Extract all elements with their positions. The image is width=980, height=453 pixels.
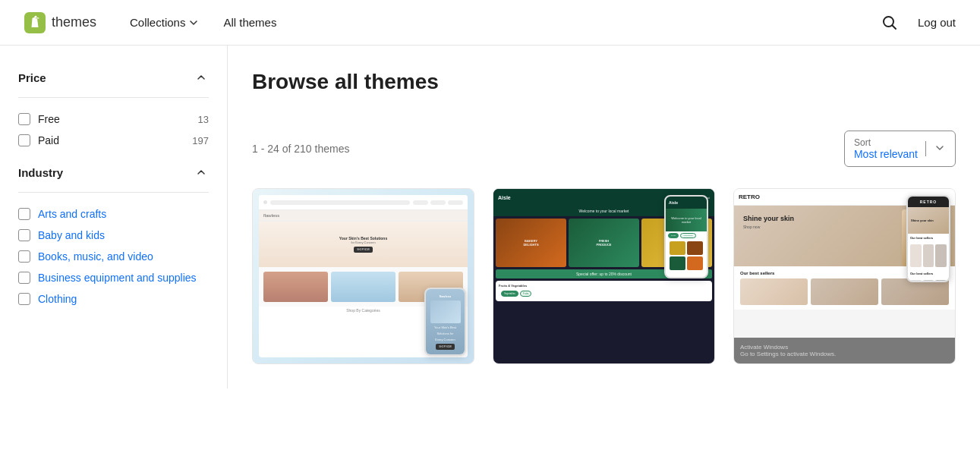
header-right: Log out bbox=[877, 10, 956, 36]
checkbox-arts[interactable] bbox=[18, 208, 30, 220]
chevron-up-icon bbox=[195, 71, 207, 83]
filter-option-paid: Paid 197 bbox=[18, 134, 209, 146]
filter-option-baby: Baby and kids bbox=[18, 229, 209, 241]
price-filter-header[interactable]: Price bbox=[18, 70, 209, 85]
main-content: Browse all themes 1 - 24 of 210 themes S… bbox=[228, 46, 980, 389]
logo[interactable]: themes bbox=[24, 12, 96, 33]
filter-label-books[interactable]: Books, music, and video bbox=[38, 250, 153, 263]
industry-filter-title: Industry bbox=[18, 166, 63, 179]
sort-label: Sort bbox=[854, 137, 918, 148]
chevron-up-icon-industry bbox=[195, 166, 207, 178]
chevron-down-icon bbox=[188, 17, 199, 28]
checkbox-business[interactable] bbox=[18, 272, 30, 284]
price-filter-title: Price bbox=[18, 71, 46, 84]
windows-overlay-text: Activate WindowsGo to Settings to activa… bbox=[734, 338, 955, 363]
main-nav: Collections All themes bbox=[121, 10, 877, 35]
sort-divider bbox=[925, 141, 926, 156]
industry-filter-toggle bbox=[194, 165, 209, 180]
theme-card-flawless[interactable]: flawless Your Skin's Best Solutions for … bbox=[252, 188, 474, 364]
theme-card-retro[interactable]: RETRO Shine your skin Shop now Our best … bbox=[733, 188, 956, 364]
sort-dropdown[interactable]: Sort Most relevant bbox=[844, 131, 956, 167]
theme-card-aisle[interactable]: Aisle Bakery Produce Dairy Meat Welcome … bbox=[493, 188, 715, 364]
filter-label-free[interactable]: Free bbox=[38, 113, 60, 125]
results-header: 1 - 24 of 210 themes Sort Most relevant bbox=[252, 131, 956, 167]
industry-filter-divider bbox=[18, 192, 209, 193]
filter-label-paid[interactable]: Paid bbox=[38, 134, 59, 146]
price-filter-divider bbox=[18, 97, 209, 98]
nav-collections[interactable]: Collections bbox=[121, 10, 208, 35]
sidebar: Price Free 13 Paid bbox=[0, 46, 228, 389]
page-content: Price Free 13 Paid bbox=[0, 46, 980, 389]
filter-label-arts[interactable]: Arts and crafts bbox=[38, 208, 106, 220]
logo-text: themes bbox=[52, 14, 96, 30]
sort-value: Most relevant bbox=[854, 148, 918, 160]
sort-chevron-icon bbox=[934, 142, 946, 156]
filter-label-business[interactable]: Business equipment and supplies bbox=[38, 272, 197, 284]
filter-option-business: Business equipment and supplies bbox=[18, 272, 209, 284]
filter-option-books: Books, music, and video bbox=[18, 250, 209, 263]
themes-grid: flawless Your Skin's Best Solutions for … bbox=[252, 188, 956, 364]
site-header: themes Collections All themes Log out bbox=[0, 0, 980, 46]
filter-option-clothing: Clothing bbox=[18, 293, 209, 305]
theme-image-flawless: flawless Your Skin's Best Solutions for … bbox=[253, 189, 474, 363]
price-filter-toggle bbox=[194, 70, 209, 85]
filter-option-arts: Arts and crafts bbox=[18, 208, 209, 220]
industry-filter-header[interactable]: Industry bbox=[18, 165, 209, 180]
filter-count-free: 13 bbox=[198, 114, 209, 125]
filter-label-baby[interactable]: Baby and kids bbox=[38, 229, 105, 241]
industry-filter-section: Industry Arts and crafts Baby and kids bbox=[18, 165, 209, 305]
filter-count-paid: 197 bbox=[192, 135, 209, 146]
filter-option-free: Free 13 bbox=[18, 113, 209, 125]
filter-label-clothing[interactable]: Clothing bbox=[38, 293, 77, 305]
checkbox-books[interactable] bbox=[18, 250, 30, 263]
search-icon bbox=[881, 14, 898, 31]
shopify-bag-icon bbox=[24, 12, 46, 33]
checkbox-paid[interactable] bbox=[18, 134, 30, 146]
page-title: Browse all themes bbox=[252, 70, 956, 94]
theme-image-aisle: Aisle Bakery Produce Dairy Meat Welcome … bbox=[493, 189, 714, 363]
checkbox-baby[interactable] bbox=[18, 229, 30, 241]
results-count: 1 - 24 of 210 themes bbox=[252, 143, 349, 155]
logout-button[interactable]: Log out bbox=[918, 11, 956, 33]
theme-image-retro: RETRO Shine your skin Shop now Our best … bbox=[734, 189, 955, 363]
checkbox-clothing[interactable] bbox=[18, 293, 30, 305]
price-filter-section: Price Free 13 Paid bbox=[18, 70, 209, 146]
search-button[interactable] bbox=[877, 10, 903, 36]
nav-all-themes[interactable]: All themes bbox=[214, 10, 285, 35]
checkbox-free[interactable] bbox=[18, 113, 30, 125]
